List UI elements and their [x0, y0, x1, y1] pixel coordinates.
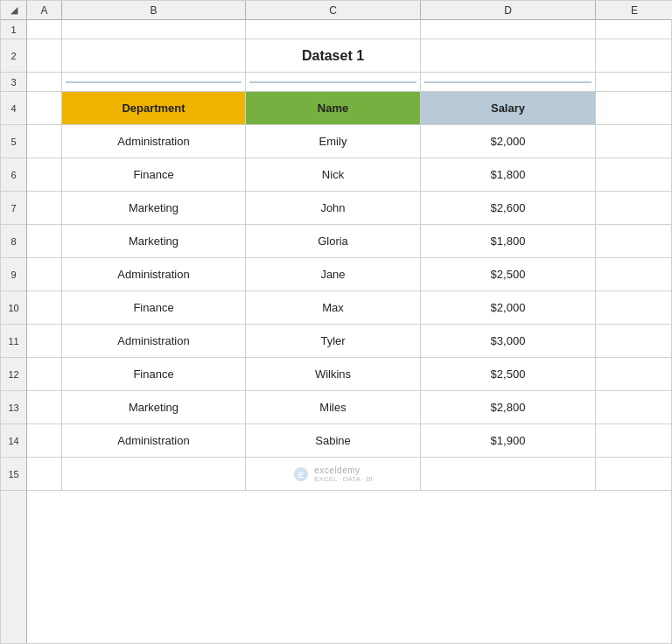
cell-salary-6[interactable]: $1,800 [421, 158, 596, 191]
cell-e5[interactable] [596, 125, 671, 158]
cell-b15[interactable] [62, 458, 246, 490]
cell-salary-14[interactable]: $1,900 [421, 424, 596, 457]
cell-e9[interactable] [596, 258, 671, 290]
cell-salary-8[interactable]: $1,800 [421, 225, 596, 257]
col-header-b: B [62, 1, 246, 19]
cell-salary-11[interactable]: $3,000 [421, 325, 596, 357]
row-3 [27, 73, 671, 92]
cell-name-9[interactable]: Jane [246, 258, 421, 290]
cell-d2[interactable] [421, 39, 596, 72]
col-header-e: E [596, 1, 672, 19]
cell-c2-title[interactable]: Dataset 1 [246, 39, 421, 72]
row-7: Marketing John $2,600 [27, 192, 671, 225]
row-num-11: 11 [1, 325, 26, 358]
cell-e1[interactable] [596, 20, 671, 38]
cell-name-13[interactable]: Miles [246, 391, 421, 424]
cell-name-14[interactable]: Sabine [246, 424, 421, 457]
corner-cell: ◢ [1, 1, 27, 19]
watermark-name: exceldemy [314, 466, 360, 475]
cell-a14[interactable] [27, 424, 62, 457]
cell-salary-12[interactable]: $2,500 [421, 358, 596, 390]
spreadsheet: ◢ A B C D E 1 2 3 4 5 6 7 8 9 10 11 12 1… [0, 0, 672, 644]
cell-c1[interactable] [246, 20, 421, 38]
row-num-5: 5 [1, 125, 26, 158]
cell-c3[interactable] [246, 73, 421, 91]
cell-dept-13[interactable]: Marketing [62, 391, 246, 424]
cell-e6[interactable] [596, 158, 671, 191]
cell-a10[interactable] [27, 291, 62, 324]
cell-d3[interactable] [421, 73, 596, 91]
cell-a13[interactable] [27, 391, 62, 424]
cell-e7[interactable] [596, 192, 671, 224]
cell-a1[interactable] [27, 20, 62, 38]
cell-name-8[interactable]: Gloria [246, 225, 421, 257]
cell-dept-11[interactable]: Administration [62, 325, 246, 357]
row-num-13: 13 [1, 391, 26, 424]
cell-salary-13[interactable]: $2,800 [421, 391, 596, 424]
cell-a7[interactable] [27, 192, 62, 224]
cell-dept-9[interactable]: Administration [62, 258, 246, 290]
cell-salary-5[interactable]: $2,000 [421, 125, 596, 158]
cell-name-11[interactable]: Tyler [246, 325, 421, 357]
cell-d1[interactable] [421, 20, 596, 38]
row-2: Dataset 1 [27, 39, 671, 73]
header-salary[interactable]: Salary [421, 92, 596, 124]
header-name[interactable]: Name [246, 92, 421, 124]
cell-dept-5[interactable]: Administration [62, 125, 246, 158]
col-header-row: ◢ A B C D E [1, 1, 671, 20]
cell-a4[interactable] [27, 92, 62, 124]
row-num-9: 9 [1, 258, 26, 291]
cell-dept-7[interactable]: Marketing [62, 192, 246, 224]
row-num-14: 14 [1, 424, 26, 458]
cell-e14[interactable] [596, 424, 671, 457]
cell-name-10[interactable]: Max [246, 291, 421, 324]
row-13: Marketing Miles $2,800 [27, 391, 671, 424]
cell-salary-9[interactable]: $2,500 [421, 258, 596, 290]
row-num-15: 15 [1, 458, 26, 491]
cell-b1[interactable] [62, 20, 246, 38]
cell-dept-14[interactable]: Administration [62, 424, 246, 457]
cell-a6[interactable] [27, 158, 62, 191]
cell-a12[interactable] [27, 358, 62, 390]
cell-name-5[interactable]: Emily [246, 125, 421, 158]
cell-a5[interactable] [27, 125, 62, 158]
row-num-7: 7 [1, 192, 26, 225]
cell-a8[interactable] [27, 225, 62, 257]
cell-name-7[interactable]: John [246, 192, 421, 224]
cell-dept-12[interactable]: Finance [62, 358, 246, 390]
cell-a2[interactable] [27, 39, 62, 72]
cell-a9[interactable] [27, 258, 62, 290]
cell-a3[interactable] [27, 73, 62, 91]
row-num-12: 12 [1, 358, 26, 391]
cell-b3[interactable] [62, 73, 246, 91]
row-12: Finance Wilkins $2,500 [27, 358, 671, 391]
cell-e2[interactable] [596, 39, 671, 72]
cell-e4[interactable] [596, 92, 671, 124]
cell-e11[interactable] [596, 325, 671, 357]
cell-e8[interactable] [596, 225, 671, 257]
cell-dept-10[interactable]: Finance [62, 291, 246, 324]
cell-e12[interactable] [596, 358, 671, 390]
cell-dept-8[interactable]: Marketing [62, 225, 246, 257]
cell-e15[interactable] [596, 458, 671, 490]
cell-salary-7[interactable]: $2,600 [421, 192, 596, 224]
watermark-logo-icon: E [293, 466, 309, 482]
row-num-3: 3 [1, 73, 26, 92]
cell-a15[interactable] [27, 458, 62, 490]
svg-text:E: E [298, 471, 304, 480]
cell-salary-10[interactable]: $2,000 [421, 291, 596, 324]
cell-name-6[interactable]: Nick [246, 158, 421, 191]
cell-name-12[interactable]: Wilkins [246, 358, 421, 390]
title-underline-d [424, 81, 592, 83]
cell-b2[interactable] [62, 39, 246, 72]
col-header-d: D [421, 1, 596, 19]
header-department[interactable]: Department [62, 92, 246, 124]
cell-e3[interactable] [596, 73, 671, 91]
cell-d15[interactable] [421, 458, 596, 490]
col-header-c: C [246, 1, 421, 19]
cell-e10[interactable] [596, 291, 671, 324]
row-11: Administration Tyler $3,000 [27, 325, 671, 358]
cell-a11[interactable] [27, 325, 62, 357]
cell-e13[interactable] [596, 391, 671, 424]
cell-dept-6[interactable]: Finance [62, 158, 246, 191]
